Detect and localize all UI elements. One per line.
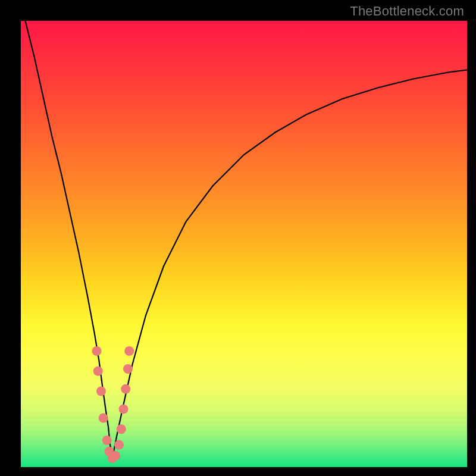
data-point	[99, 414, 108, 423]
data-point	[119, 405, 129, 414]
data-point	[117, 424, 126, 434]
data-point	[121, 384, 130, 394]
data-point	[114, 440, 124, 450]
data-point	[124, 346, 134, 356]
chart-svg	[21, 21, 467, 467]
data-point	[96, 387, 106, 396]
data-point	[92, 346, 102, 356]
data-point	[123, 364, 133, 374]
watermark-text: TheBottleneck.com	[350, 4, 464, 19]
data-point	[111, 451, 120, 461]
chart-frame: TheBottleneck.com	[0, 0, 476, 476]
marker-group	[92, 346, 134, 463]
curve-right-branch	[112, 70, 467, 459]
curve-group	[26, 21, 468, 458]
data-point	[93, 367, 103, 376]
plot-area	[21, 21, 467, 467]
data-point	[102, 436, 112, 445]
